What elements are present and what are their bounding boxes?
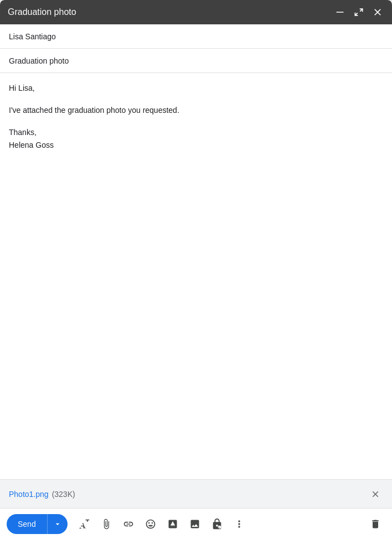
attachment-size: (323K) <box>52 490 75 499</box>
title-actions <box>333 6 384 19</box>
drive-icon <box>167 519 178 530</box>
attachment-bar: Photo1.png (323K) <box>0 479 392 508</box>
expand-button[interactable] <box>352 6 365 19</box>
lock-icon: + <box>211 518 223 530</box>
minimize-icon <box>334 7 345 18</box>
remove-attachment-icon <box>370 489 380 499</box>
format-text-button[interactable] <box>74 514 94 534</box>
send-dropdown-button[interactable] <box>47 514 68 534</box>
remove-attachment-button[interactable] <box>368 486 383 502</box>
body-line1: I've attached the graduation photo you r… <box>9 106 179 115</box>
attachment-filename: Photo1.png <box>9 490 49 499</box>
delete-icon <box>370 519 381 530</box>
subject-field[interactable]: Graduation photo <box>0 49 392 73</box>
insert-link-icon <box>123 519 134 530</box>
send-button[interactable]: Send <box>7 514 47 534</box>
to-value: Lisa Santiago <box>9 32 56 41</box>
close-button[interactable] <box>371 6 384 19</box>
send-button-group: Send <box>7 514 68 534</box>
attach-file-button[interactable] <box>96 514 116 534</box>
minimize-button[interactable] <box>333 6 347 19</box>
chevron-down-icon <box>53 520 62 528</box>
emoji-icon <box>145 519 156 530</box>
toolbar: Send <box>0 508 392 539</box>
svg-text:+: + <box>218 526 220 529</box>
insert-emoji-button[interactable] <box>141 514 161 534</box>
signature-text: Helena Goss <box>9 141 54 149</box>
expand-icon <box>353 7 364 18</box>
compose-window: Graduation photo Lisa Santiago Graduatio… <box>0 0 392 539</box>
subject-value: Graduation photo <box>9 56 69 65</box>
title-bar: Graduation photo <box>0 0 392 24</box>
delete-button[interactable] <box>365 514 385 534</box>
confidential-button[interactable]: + <box>207 514 227 534</box>
attachment-info: Photo1.png (323K) <box>9 490 75 499</box>
more-options-button[interactable] <box>229 514 249 534</box>
insert-photo-button[interactable] <box>185 514 205 534</box>
close-icon <box>372 7 383 18</box>
to-field[interactable]: Lisa Santiago <box>0 24 392 49</box>
window-title: Graduation photo <box>8 7 76 17</box>
insert-link-button[interactable] <box>118 514 138 534</box>
svg-rect-0 <box>336 12 343 13</box>
greeting-text: Hi Lisa, <box>9 84 35 92</box>
insert-drive-button[interactable] <box>163 514 183 534</box>
email-body[interactable]: Hi Lisa, I've attached the graduation ph… <box>0 73 392 479</box>
attach-file-icon <box>101 519 112 530</box>
format-text-icon <box>79 519 90 530</box>
more-vert-icon <box>234 519 245 530</box>
closing-text: Thanks, <box>9 128 37 137</box>
photo-icon <box>189 519 200 530</box>
